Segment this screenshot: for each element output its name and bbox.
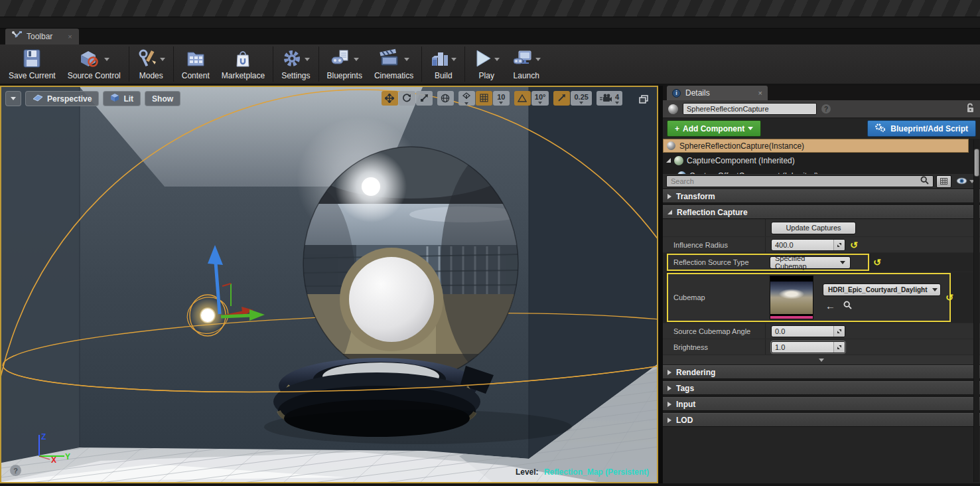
toolbar-tab-label: Toolbar (27, 32, 52, 41)
scale-snap-toggle[interactable] (553, 91, 570, 106)
maximize-viewport-button[interactable] (635, 92, 652, 107)
search-field[interactable] (666, 175, 934, 187)
launch-icon (512, 48, 533, 70)
rotation-snap-toggle[interactable] (514, 91, 531, 106)
tab-details[interactable]: i Details × (667, 86, 768, 100)
section-label: Rendering (676, 368, 715, 377)
level-name[interactable]: Reflection_Map (Persistent) (544, 467, 649, 477)
influence-radius-field[interactable] (771, 239, 845, 251)
tree-row-capture-component[interactable]: CaptureComponent (Inherited) (663, 153, 969, 168)
chevron-down-icon[interactable] (160, 58, 165, 61)
chevron-down-icon[interactable] (305, 58, 310, 61)
close-icon[interactable]: × (68, 33, 72, 40)
move-tool-button[interactable] (382, 91, 398, 106)
section-input[interactable]: Input (663, 397, 980, 411)
chevron-down-icon[interactable] (404, 58, 409, 61)
expanded-arrow-icon[interactable] (666, 158, 671, 163)
cinematics-label: Cinematics (374, 71, 413, 80)
play-button[interactable]: Play (467, 44, 506, 84)
window-titlebar[interactable] (0, 0, 980, 17)
chevron-down-icon[interactable] (354, 58, 359, 61)
blueprint-add-script-button[interactable]: Blueprint/Add Script (867, 120, 976, 137)
chevron-down-icon[interactable] (494, 58, 500, 61)
source-angle-field[interactable] (771, 325, 845, 337)
section-tags[interactable]: Tags (663, 381, 980, 395)
grid-snap-toggle[interactable] (476, 91, 492, 106)
toolbar-separator (421, 46, 422, 82)
lit-mode-button[interactable]: Lit (103, 91, 141, 106)
cubemap-asset-dropdown[interactable]: HDRI_Epic_Courtyard_Daylight (823, 284, 941, 296)
toolbar-separator (464, 46, 465, 82)
section-transform[interactable]: Transform (663, 189, 980, 203)
scrollbar-thumb[interactable] (974, 149, 979, 177)
modes-button[interactable]: Modes (131, 44, 171, 84)
cubemap-thumbnail[interactable] (770, 276, 813, 319)
save-current-button[interactable]: Save Current (3, 44, 62, 84)
rotation-snap-value[interactable]: 10° (531, 91, 549, 106)
lock-icon[interactable] (965, 103, 975, 116)
chevron-down-icon[interactable] (451, 58, 456, 61)
help-icon[interactable]: ? (10, 465, 21, 476)
tree-row-clipped[interactable]: CaptureOffsetComponent (Inherited) (663, 168, 969, 174)
brightness-field[interactable] (771, 341, 845, 353)
rotate-tool-button[interactable] (399, 91, 415, 106)
launch-button[interactable]: Launch (506, 44, 547, 84)
settings-button[interactable]: Settings (275, 44, 316, 84)
drag-slider-icon[interactable] (833, 342, 845, 353)
chevron-down-icon[interactable] (104, 58, 109, 61)
section-lod[interactable]: LOD (663, 413, 980, 427)
surface-snap-button[interactable] (458, 91, 475, 106)
show-menu-button[interactable]: Show (145, 91, 180, 106)
play-label: Play (479, 71, 494, 80)
chevron-down-icon[interactable] (535, 58, 541, 61)
viewport-scene[interactable]: Z X Y (1, 87, 657, 482)
add-component-button[interactable]: + Add Component (667, 120, 761, 137)
perspective-button[interactable]: Perspective (25, 91, 99, 106)
reset-to-default-icon[interactable]: ↺ (873, 258, 881, 267)
component-tree: SphereReflectionCapture(Instance) Captur… (663, 139, 980, 174)
scale-tool-button[interactable] (416, 91, 433, 106)
level-viewport[interactable]: Z X Y Perspective Lit Show (0, 86, 658, 483)
question-icon[interactable]: ? (821, 104, 831, 114)
tree-row-selected[interactable]: SphereReflectionCapture(Instance) (663, 139, 969, 153)
section-reflection-capture[interactable]: Reflection Capture (663, 205, 980, 219)
camera-speed-button[interactable]: 4 (596, 91, 622, 106)
close-icon[interactable]: × (758, 89, 762, 97)
toolbar-separator (129, 46, 129, 82)
show-advanced-expander[interactable] (663, 355, 980, 365)
scale-arrow-icon (557, 94, 566, 104)
cinematics-button[interactable]: Cinematics (368, 44, 419, 84)
search-input[interactable] (671, 177, 920, 185)
drag-slider-icon[interactable] (833, 326, 845, 337)
grid-snap-value[interactable]: 10 (493, 91, 510, 106)
property-matrix-button[interactable] (936, 175, 951, 188)
build-button[interactable]: Build (424, 44, 462, 84)
brightness-input[interactable] (772, 343, 829, 351)
chevron-down-icon (579, 102, 583, 104)
reset-to-default-icon[interactable]: ↺ (850, 240, 858, 250)
update-captures-button[interactable]: Update Captures (771, 222, 856, 234)
maximize-icon (639, 95, 648, 105)
source-angle-input[interactable] (772, 327, 829, 335)
collapsed-arrow-icon (667, 418, 671, 423)
source-type-dropdown[interactable]: Specified Cubemap (770, 256, 851, 269)
source-control-button[interactable]: Source Control (62, 44, 127, 84)
world-space-button[interactable] (437, 91, 454, 106)
marketplace-button[interactable]: Marketplace (216, 44, 271, 84)
section-rendering[interactable]: Rendering (663, 365, 980, 379)
globe-icon (441, 94, 450, 104)
use-selected-asset-icon[interactable]: ← (825, 302, 835, 310)
panel-splitter[interactable] (658, 86, 663, 483)
drag-slider-icon[interactable] (833, 240, 845, 250)
scale-snap-value[interactable]: 0.25 (571, 91, 591, 106)
tab-toolbar[interactable]: Toolbar × (5, 29, 79, 44)
actor-name-input[interactable] (683, 103, 817, 115)
blueprints-button[interactable]: Blueprints (321, 44, 368, 84)
reset-to-default-icon[interactable]: ↺ (945, 293, 953, 302)
influence-radius-input[interactable] (772, 241, 829, 249)
viewport-options-button[interactable] (5, 91, 21, 106)
content-button[interactable]: Content (176, 44, 216, 84)
browse-to-asset-icon[interactable] (843, 300, 852, 312)
rotation-snap-value-label: 10° (535, 93, 546, 101)
details-scrollbar[interactable] (973, 139, 979, 482)
